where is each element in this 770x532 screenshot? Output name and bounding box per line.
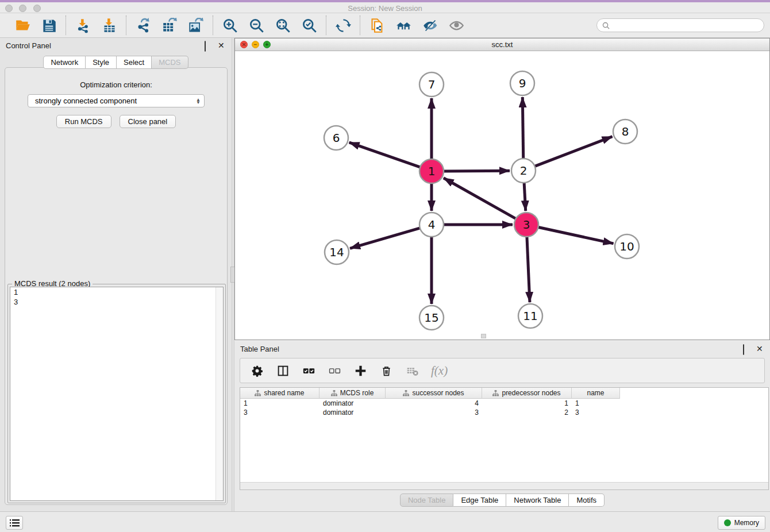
node-label: 8 (622, 125, 629, 138)
node-3[interactable]: 3 (514, 213, 538, 237)
float-panel-icon[interactable] (205, 41, 206, 52)
cell-name[interactable]: 1 (572, 399, 620, 408)
edge-4-14[interactable] (350, 228, 421, 248)
tab-edge-table[interactable]: Edge Table (453, 494, 506, 507)
node-2[interactable]: 2 (511, 159, 536, 183)
tab-style[interactable]: Style (86, 56, 117, 69)
search-input[interactable] (610, 21, 759, 29)
tab-select[interactable]: Select (117, 56, 152, 69)
import-table-icon[interactable] (101, 17, 118, 34)
column-layout-icon[interactable] (276, 364, 290, 377)
result-scrollbar[interactable] (215, 287, 223, 500)
tab-node-table[interactable]: Node Table (400, 494, 454, 507)
node-10[interactable]: 10 (615, 234, 639, 259)
table-settings-icon[interactable] (250, 364, 264, 377)
node-label: 4 (428, 218, 436, 232)
node-1[interactable]: 1 (419, 159, 444, 183)
table-panel: Table Panel ✕ f(x) shared nameMCDS roles… (234, 341, 770, 511)
first-neighbors-icon[interactable] (395, 17, 412, 34)
table-scrollbar[interactable] (240, 482, 768, 489)
node-6[interactable]: 6 (324, 126, 348, 150)
column-header-shared-name[interactable]: shared name (240, 388, 319, 399)
delete-table-icon[interactable] (405, 364, 419, 377)
deselect-all-rows-icon[interactable] (328, 364, 341, 377)
mcds-result-group: MCDS result (2 nodes) 13 (7, 284, 226, 503)
node-14[interactable]: 14 (325, 240, 349, 264)
edge-1-2[interactable] (442, 171, 510, 171)
close-panel-icon[interactable]: ✕ (218, 41, 226, 49)
cell-MCDS-role[interactable]: dominator (319, 408, 386, 417)
zoom-selected-icon[interactable] (301, 17, 318, 34)
column-tree-icon (492, 390, 499, 396)
task-history-button[interactable] (6, 516, 23, 530)
export-network-icon[interactable] (134, 17, 152, 34)
network-window-titlebar[interactable]: ✕ − + scc.txt (235, 38, 769, 51)
node-4[interactable]: 4 (419, 213, 444, 237)
import-network-icon[interactable] (74, 17, 91, 34)
open-session-icon[interactable] (14, 17, 31, 34)
cell-shared-name[interactable]: 3 (240, 408, 319, 417)
memory-button[interactable]: Memory (718, 516, 765, 530)
close-panel-button[interactable]: Close panel (120, 115, 176, 128)
edge-3-10[interactable] (537, 227, 614, 244)
tab-network[interactable]: Network (43, 56, 86, 69)
search-icon (602, 22, 610, 29)
control-panel-tabs: NetworkStyleSelectMCDS (43, 56, 188, 69)
tab-network-table[interactable]: Network Table (506, 494, 569, 507)
table-toolbar: f(x) (240, 358, 765, 383)
zoom-fit-icon[interactable] (274, 17, 291, 34)
node-9[interactable]: 9 (510, 71, 534, 95)
node-7[interactable]: 7 (419, 72, 444, 97)
zoom-out-icon[interactable] (248, 17, 265, 34)
column-header-successor-nodes[interactable]: successor nodes (386, 388, 482, 399)
cell-successor-nodes[interactable]: 3 (386, 408, 482, 417)
run-mcds-button[interactable]: Run MCDS (56, 115, 111, 128)
delete-column-icon[interactable] (379, 364, 393, 377)
node-label: 7 (428, 78, 436, 91)
edge-1-6[interactable] (349, 142, 421, 168)
edge-2-8[interactable] (534, 137, 613, 167)
cell-shared-name[interactable]: 1 (240, 399, 319, 408)
hide-selected-icon[interactable] (421, 17, 438, 34)
table-row[interactable]: 1dominator411 (240, 399, 768, 408)
edge-3-1[interactable] (444, 178, 517, 219)
criterion-select[interactable]: strongly connected component ▲▼ (28, 94, 205, 107)
cell-MCDS-role[interactable]: dominator (319, 399, 386, 408)
select-all-rows-icon[interactable] (302, 364, 315, 377)
clone-network-icon[interactable] (368, 17, 386, 34)
task-list-icon (10, 519, 20, 527)
table-row[interactable]: 3dominator323 (240, 408, 768, 417)
zoom-in-icon[interactable] (221, 17, 238, 34)
node-8[interactable]: 8 (613, 119, 637, 144)
column-header-predecessor-nodes[interactable]: predecessor nodes (482, 388, 572, 399)
canvas-scroll-thumb[interactable] (481, 334, 486, 338)
cell-name[interactable]: 3 (572, 408, 620, 417)
tab-motifs[interactable]: Motifs (569, 494, 605, 507)
function-builder-icon[interactable]: f(x) (431, 364, 448, 378)
cell-predecessor-nodes[interactable]: 2 (482, 408, 572, 417)
node-15[interactable]: 15 (419, 306, 444, 330)
save-session-icon[interactable] (40, 17, 57, 34)
node-11[interactable]: 11 (518, 304, 542, 328)
cell-successor-nodes[interactable]: 4 (386, 399, 482, 408)
edge-2-9[interactable] (522, 97, 523, 160)
mcds-result-list[interactable]: 13 (10, 287, 224, 501)
search-box[interactable] (596, 18, 764, 32)
tab-mcds[interactable]: MCDS (152, 56, 188, 69)
apply-layout-icon[interactable] (334, 17, 352, 34)
edge-3-11[interactable] (527, 236, 530, 302)
column-header-MCDS-role[interactable]: MCDS role (319, 388, 386, 399)
float-table-panel-icon[interactable] (743, 344, 744, 355)
add-column-icon[interactable] (353, 364, 367, 377)
column-header-name[interactable]: name (572, 388, 620, 399)
node-label: 15 (424, 311, 438, 325)
export-table-icon[interactable] (161, 17, 178, 34)
export-image-icon[interactable] (187, 17, 205, 34)
edge-2-3[interactable] (524, 182, 526, 211)
column-label: name (587, 389, 604, 397)
close-table-panel-icon[interactable]: ✕ (756, 345, 764, 353)
show-all-icon[interactable] (448, 17, 465, 34)
node-label: 2 (520, 164, 528, 178)
cell-predecessor-nodes[interactable]: 1 (482, 399, 572, 408)
network-canvas[interactable]: 7968124314101511 (235, 51, 769, 340)
